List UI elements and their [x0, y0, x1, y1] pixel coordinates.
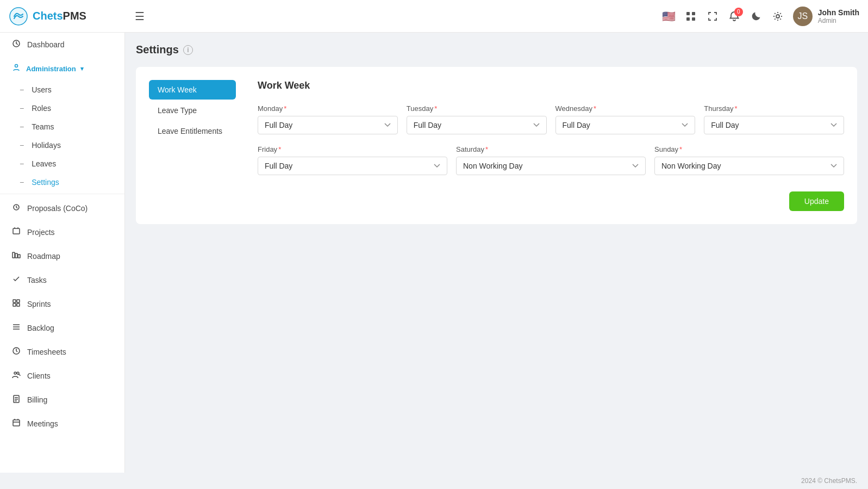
sidebar-item-roadmap[interactable]: Roadmap — [0, 244, 124, 268]
svg-rect-11 — [15, 253, 17, 258]
svg-rect-12 — [18, 255, 20, 258]
thursday-label: Thursday* — [704, 104, 844, 113]
tab-work-week[interactable]: Work Week — [149, 80, 236, 100]
sunday-required: * — [679, 145, 682, 153]
logo: ChetsPMS — [9, 7, 128, 26]
user-name: John Smith — [818, 8, 859, 17]
hamburger-icon[interactable]: ☰ — [135, 10, 145, 23]
sidebar-item-billing[interactable]: Billing — [0, 388, 124, 412]
sidebar-backlog-label: Backlog — [27, 324, 54, 332]
update-button[interactable]: Update — [789, 191, 844, 211]
sidebar-item-backlog[interactable]: Backlog — [0, 316, 124, 340]
monday-select[interactable]: Full Day Half Day Non Working Day — [258, 116, 398, 134]
billing-icon — [11, 394, 22, 405]
sidebar-leaves-label: Leaves — [32, 159, 56, 168]
monday-required: * — [284, 104, 286, 113]
tuesday-label: Tuesday* — [407, 104, 547, 113]
sunday-select[interactable]: Full Day Half Day Non Working Day — [654, 157, 844, 175]
sidebar: Dashboard Administration ▾ Users Roles T… — [0, 33, 125, 473]
sidebar-item-holidays[interactable]: Holidays — [0, 136, 124, 154]
fullscreen-icon[interactable] — [706, 10, 719, 23]
monday-field: Monday* Full Day Half Day Non Working Da… — [258, 104, 398, 134]
svg-point-18 — [14, 372, 16, 374]
sidebar-item-timesheets[interactable]: Timesheets — [0, 340, 124, 364]
sidebar-roadmap-label: Roadmap — [27, 252, 60, 261]
wednesday-required: * — [594, 104, 596, 113]
sidebar-item-tasks[interactable]: Tasks — [0, 268, 124, 292]
svg-rect-14 — [17, 300, 20, 302]
friday-field: Friday* Full Day Half Day Non Working Da… — [258, 145, 447, 175]
weekday-grid-top: Monday* Full Day Half Day Non Working Da… — [258, 104, 844, 134]
sidebar-projects-label: Projects — [27, 228, 55, 237]
thursday-select[interactable]: Full Day Half Day Non Working Day — [704, 116, 844, 134]
sidebar-tasks-label: Tasks — [27, 276, 47, 284]
sidebar-item-leaves[interactable]: Leaves — [0, 154, 124, 173]
sidebar-item-clients[interactable]: Clients — [0, 364, 124, 388]
grid-icon[interactable] — [684, 10, 697, 23]
user-role: Admin — [818, 17, 859, 24]
timesheets-icon — [11, 346, 22, 357]
panel-title: Work Week — [258, 80, 844, 91]
update-row: Update — [258, 191, 844, 211]
tuesday-field: Tuesday* Full Day Half Day Non Working D… — [407, 104, 547, 134]
sidebar-holidays-label: Holidays — [32, 141, 61, 150]
wednesday-select[interactable]: Full Day Half Day Non Working Day — [555, 116, 696, 134]
friday-select[interactable]: Full Day Half Day Non Working Day — [258, 157, 447, 175]
sidebar-billing-label: Billing — [27, 395, 47, 404]
dark-mode-icon[interactable] — [750, 10, 763, 23]
svg-rect-3 — [686, 17, 690, 21]
header-actions: 🇺🇸 0 — [663, 7, 859, 26]
avatar: JS — [793, 7, 813, 26]
sidebar-item-users[interactable]: Users — [0, 81, 124, 99]
sidebar-administration-label: Administration — [26, 65, 76, 73]
tab-leave-type[interactable]: Leave Type — [149, 101, 236, 120]
settings-tabs: Work Week Leave Type Leave Entitlements — [149, 80, 236, 211]
thursday-required: * — [734, 104, 737, 113]
dashboard-icon — [11, 39, 22, 50]
sidebar-meetings-label: Meetings — [27, 419, 58, 428]
sidebar-item-teams[interactable]: Teams — [0, 117, 124, 136]
footer-text: 2024 © ChetsPMS. — [801, 477, 857, 485]
notification-badge: 0 — [734, 8, 743, 16]
svg-rect-16 — [17, 304, 20, 306]
sidebar-item-roles[interactable]: Roles — [0, 99, 124, 117]
svg-rect-2 — [692, 12, 695, 15]
sidebar-item-settings[interactable]: Settings — [0, 173, 124, 191]
user-info: John Smith Admin — [818, 8, 859, 24]
svg-rect-9 — [13, 228, 20, 234]
sidebar-proposals-label: Proposals (CoCo) — [27, 204, 88, 213]
sidebar-item-proposals[interactable]: Proposals (CoCo) — [0, 196, 124, 220]
svg-rect-1 — [686, 12, 690, 15]
sidebar-item-dashboard[interactable]: Dashboard — [0, 33, 124, 57]
sidebar-item-meetings[interactable]: Meetings — [0, 412, 124, 436]
sprints-icon — [11, 299, 22, 310]
sidebar-item-dashboard-label: Dashboard — [27, 40, 65, 49]
saturday-select[interactable]: Full Day Half Day Non Working Day — [456, 157, 646, 175]
user-menu[interactable]: JS John Smith Admin — [793, 7, 859, 26]
footer: 2024 © ChetsPMS. — [0, 473, 868, 489]
wednesday-label: Wednesday* — [555, 104, 696, 113]
proposals-icon — [11, 203, 22, 214]
tuesday-select[interactable]: Full Day Half Day Non Working Day — [407, 116, 547, 134]
sidebar-item-sprints[interactable]: Sprints — [0, 292, 124, 316]
header: ChetsPMS ☰ 🇺🇸 0 — [0, 0, 868, 33]
friday-label: Friday* — [258, 145, 447, 153]
clients-icon — [11, 370, 22, 381]
sidebar-item-projects[interactable]: Projects — [0, 220, 124, 244]
notification-icon[interactable]: 0 — [728, 10, 741, 23]
page-title: Settings — [136, 44, 179, 56]
flag-icon[interactable]: 🇺🇸 — [663, 10, 676, 23]
sidebar-clients-label: Clients — [27, 372, 51, 380]
sunday-field: Sunday* Full Day Half Day Non Working Da… — [654, 145, 844, 175]
settings-icon[interactable] — [771, 10, 784, 23]
info-icon[interactable]: i — [183, 45, 193, 55]
saturday-field: Saturday* Full Day Half Day Non Working … — [456, 145, 646, 175]
svg-rect-10 — [13, 252, 15, 258]
sidebar-item-administration[interactable]: Administration ▾ — [0, 57, 124, 81]
saturday-label: Saturday* — [456, 145, 646, 153]
sunday-label: Sunday* — [654, 145, 844, 153]
weekday-grid-bottom: Friday* Full Day Half Day Non Working Da… — [258, 145, 844, 175]
app-body: Dashboard Administration ▾ Users Roles T… — [0, 33, 868, 473]
tasks-icon — [11, 275, 22, 286]
tab-leave-entitlements[interactable]: Leave Entitlements — [149, 121, 236, 141]
